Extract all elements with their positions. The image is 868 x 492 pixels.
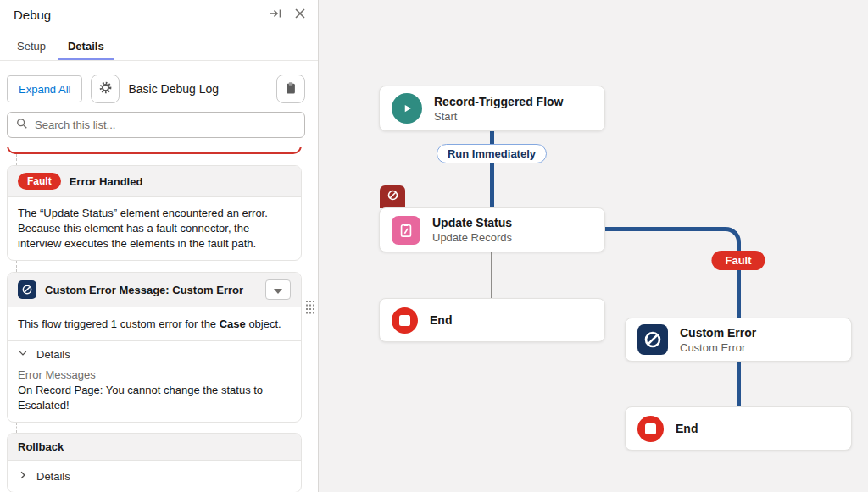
- node-end-left[interactable]: End: [379, 298, 605, 342]
- debug-log-name: Basic Debug Log: [128, 82, 219, 96]
- node-subtitle: Custom Error: [680, 340, 756, 355]
- custom-error-title: Custom Error Message: Custom Error: [45, 284, 243, 296]
- pin-icon: [269, 7, 282, 23]
- error-messages-block: Error Messages On Record Page: You canno…: [8, 368, 301, 422]
- fault-label: Fault: [711, 251, 765, 270]
- panel-header: Debug: [0, 0, 318, 30]
- node-title: End: [430, 312, 452, 328]
- node-title: Record-Triggered Flow: [434, 94, 563, 109]
- copy-log-button[interactable]: [276, 75, 305, 103]
- chevron-right-icon: [18, 470, 28, 483]
- node-subtitle: Start: [434, 109, 563, 124]
- error-handled-title: Error Handled: [70, 175, 143, 188]
- tab-setup[interactable]: Setup: [7, 30, 56, 60]
- panel-title: Debug: [14, 8, 51, 22]
- connector-start-to-update: [490, 131, 494, 209]
- error-handled-card: Fault Error Handled The “Update Status” …: [7, 165, 302, 261]
- search-icon: [16, 118, 28, 133]
- panel-tabs: Setup Details: [0, 30, 318, 61]
- end-icon: [392, 307, 418, 334]
- connector-update-to-end: [491, 252, 492, 298]
- rollback-details-toggle[interactable]: Details: [8, 461, 301, 492]
- node-start[interactable]: Record-Triggered Flow Start: [379, 86, 605, 131]
- node-title: Custom Error: [680, 325, 756, 340]
- rollback-title: Rollback: [18, 440, 64, 453]
- node-custom-error[interactable]: Custom Error Custom Error: [625, 318, 852, 362]
- search-input[interactable]: [35, 119, 296, 131]
- debug-panel: Debug: [0, 0, 319, 492]
- update-status-error-tab: [380, 185, 405, 208]
- clipboard-icon: [283, 80, 298, 98]
- node-title: End: [676, 421, 698, 436]
- node-title: Update Status: [432, 215, 512, 230]
- flow-debug-app: Debug: [0, 0, 868, 492]
- close-panel-button[interactable]: [294, 8, 306, 22]
- debug-log-list: Fault Error Handled The “Update Status” …: [0, 147, 318, 492]
- debug-settings-button[interactable]: [91, 75, 120, 103]
- gear-icon: [98, 80, 113, 97]
- search-row: [0, 112, 318, 147]
- error-messages-label: Error Messages: [18, 368, 291, 383]
- error-handled-header: Fault Error Handled: [8, 166, 301, 197]
- rollback-card: Rollback Details: [7, 433, 302, 492]
- panel-resize-handle[interactable]: [306, 301, 314, 318]
- object-name: Case: [220, 318, 246, 330]
- timeline-dash: [16, 423, 302, 433]
- pin-panel-button[interactable]: [269, 7, 282, 23]
- panel-toolbar: Expand All Basic Debug Log: [0, 61, 318, 112]
- play-icon: [392, 93, 422, 124]
- error-message-text: On Record Page: You cannot change the st…: [18, 383, 291, 413]
- rollback-header: Rollback: [8, 434, 301, 461]
- scrolled-error-card: [7, 147, 302, 154]
- run-immediately-label: Run Immediately: [437, 144, 547, 163]
- update-records-icon: [392, 216, 420, 245]
- timeline-dash: [16, 261, 302, 272]
- drag-handle-icon: [306, 302, 314, 317]
- search-box: [7, 112, 305, 138]
- timeline-dash: [16, 154, 302, 165]
- chevron-down-icon: [18, 348, 28, 361]
- node-end-right[interactable]: End: [625, 406, 852, 451]
- error-handled-body: The “Update Status” element encountered …: [8, 197, 301, 260]
- custom-error-card: Custom Error Message: Custom Error This …: [7, 272, 302, 423]
- custom-error-menu-button[interactable]: [265, 279, 291, 300]
- fault-badge: Fault: [18, 173, 61, 190]
- no-entry-icon: [18, 280, 36, 299]
- dropdown-icon: [274, 284, 282, 296]
- flow-canvas[interactable]: Run Immediately Fault Record-Triggered F…: [319, 0, 868, 492]
- end-icon: [637, 416, 664, 442]
- expand-all-button[interactable]: Expand All: [7, 75, 82, 102]
- close-icon: [294, 8, 306, 22]
- tab-details[interactable]: Details: [58, 30, 114, 60]
- custom-error-header: Custom Error Message: Custom Error: [8, 273, 301, 307]
- custom-error-summary: This flow triggered 1 custom error for t…: [8, 307, 301, 341]
- no-entry-icon: [637, 324, 668, 355]
- no-entry-icon: [387, 189, 399, 205]
- node-update-status[interactable]: Update Status Update Records: [379, 207, 605, 252]
- node-subtitle: Update Records: [432, 230, 512, 245]
- custom-error-details-toggle[interactable]: Details: [8, 341, 301, 368]
